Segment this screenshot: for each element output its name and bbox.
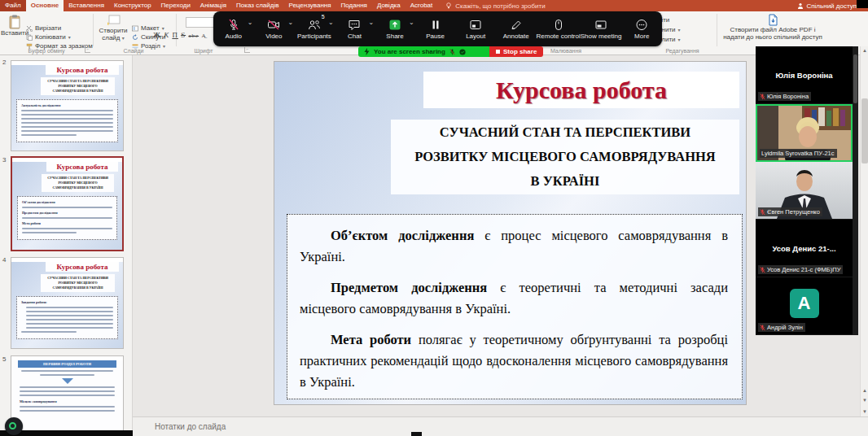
participant-tile-andrii[interactable]: A Андрій Зулін [756,277,853,335]
thumbnail-slide-2[interactable]: Курсова робота СУЧАСНИЙ СТАН ТА ПЕРСПЕКТ… [11,60,124,151]
main-scrollbar[interactable]: ▲ ▲ ▼ ▼ [860,46,868,416]
taskbar-fragment [411,432,422,436]
text-line-placeholder [21,134,77,136]
thumbnail-slide-5[interactable]: ПЕРШИЙ РОЗДІЛ РОБОТИ Місцеве самоврядува… [11,355,124,436]
text-line-placeholder [21,331,77,333]
tab-help[interactable]: Довідка [372,0,406,11]
tab-review[interactable]: Рецензування [283,0,335,11]
participants-count-badge: 5 [322,14,325,20]
floating-widget[interactable] [5,417,23,435]
layout-view-button[interactable]: Layout [455,11,496,46]
window-corner-overlay [857,0,868,8]
text-line-placeholder [40,374,95,376]
tab-home[interactable]: Основне [26,0,64,11]
dropdown-arrow-icon: ▾ [68,34,71,40]
layout-view-icon [469,19,482,31]
video-button[interactable]: Video ⌄ [254,11,295,46]
paste-button[interactable]: Вставити [3,15,26,37]
participant-tile-usov[interactable]: Усов Денис 21-... Усов Денис 21-с (ФМБ)П… [756,220,853,277]
font-dialog-launcher[interactable]: ⌐ [244,47,250,53]
thumbnail-slide-4[interactable]: Курсова робота СУЧАСНИЙ СТАН ТА ПЕРСПЕКТ… [11,257,124,349]
create-adobe-pdf-button[interactable]: Створити файл Adobe PDF і надати до ньог… [720,14,826,41]
group-separator [93,14,94,46]
text-line-placeholder [22,228,112,229]
share-screen-button[interactable]: Share ⌄ [375,11,415,46]
muted-mic-icon [760,209,765,216]
thumb5-header: ПЕРШИЙ РОЗДІЛ РОБОТИ [18,360,116,368]
text-line-placeholder [21,110,113,111]
tab-acrobat[interactable]: Acrobat [406,0,438,11]
chevron-up-icon[interactable]: ⌄ [328,19,334,26]
chevron-up-icon[interactable]: ⌄ [248,19,253,26]
thumb3-title: Курсова робота [46,162,118,172]
thumb4-body: Завдання роботи: [16,296,118,339]
participants-scrollbar[interactable] [853,46,858,335]
remote-control-button[interactable]: Remote control [537,11,581,46]
scroll-up-arrow-icon[interactable]: ▲ [861,46,868,54]
participant-tile-yulia[interactable]: Юлія Вороніна Юлія Вороніна [756,46,853,104]
copy-button[interactable]: Копіювати▾ [26,33,71,41]
previous-slide-button[interactable]: ▲ [861,386,868,395]
chevron-up-icon[interactable]: ⌄ [287,19,293,26]
more-icon [635,19,648,31]
participant-name-chip: Lyidmila Syrovatka ПУ-21с [760,149,837,158]
scrollbar-thumb[interactable] [861,98,868,164]
participant-tile-lyudmila-active[interactable]: Lyidmila Syrovatka ПУ-21с [756,104,853,162]
text-line-placeholder [21,114,113,116]
text-line-placeholder [22,207,112,208]
participants-button[interactable]: 5 Participants ⌄ [294,11,335,46]
tab-slideshow[interactable]: Показ слайдів [231,0,283,11]
new-slide-button[interactable]: Створити слайд ▾ [96,15,130,41]
tell-me-search[interactable]: Скажіть, що потрібно зробити [437,0,545,11]
clipboard-icon [8,15,21,29]
text-line-placeholder [26,307,113,308]
slide-number-3: 3 [2,156,6,164]
copy-icon [26,34,33,41]
notes-pane[interactable]: Нотатки до слайда [133,416,868,436]
text-line-placeholder [21,118,113,120]
tab-transitions[interactable]: Переходи [156,0,195,11]
group-separator [717,14,717,46]
notes-placeholder: Нотатки до слайда [155,422,226,431]
muted-mic-icon [760,267,765,273]
paragraph-goal: Мета роботи полягає у теоретичному обґру… [300,329,728,393]
chat-button[interactable]: Chat ⌄ [335,11,375,46]
thumbnail-slide-3-selected[interactable]: Курсова робота СУЧАСНИЙ СТАН ТА ПЕРСПЕКТ… [11,156,124,251]
current-slide[interactable]: Курсова робота СУЧАСНИЙ СТАН ТА ПЕРСПЕКТ… [274,62,746,404]
cut-button[interactable]: Вирізати [26,24,61,32]
tab-file[interactable]: Файл [0,0,26,11]
show-meeting-button[interactable]: Show meeting [581,11,622,46]
tab-animations[interactable]: Анімація [195,0,231,11]
pause-share-button[interactable]: Pause [415,11,456,46]
slide-number-4: 4 [2,256,6,264]
audio-button[interactable]: Audio ⌄ [213,11,254,46]
more-button[interactable]: More [621,11,662,46]
slide-thumbnail-panel: 2 3 4 5 Курсова робота СУЧАСНИЙ СТАН ТА … [0,55,133,436]
slide-body-textbox[interactable]: Об’єктом дослідження є процес місцевого … [287,214,743,399]
participant-name-chip: Євген Петрущенко [758,207,822,216]
next-slide-button[interactable]: ▼ [861,396,868,404]
font-format-buttons[interactable]: Ж К П S abc А̲ [153,31,206,39]
stop-share-button[interactable]: Stop share [489,46,543,57]
chevron-up-icon[interactable]: ⌄ [369,19,375,26]
tab-design[interactable]: Конструктор [109,0,156,11]
slide-canvas: Курсова робота СУЧАСНИЙ СТАН ТА ПЕРСПЕКТ… [133,55,860,416]
down-arrow-shape [62,378,73,384]
participant-tile-yevhen[interactable]: Євген Петрущенко [756,162,853,220]
slide-subtitle-box[interactable]: СУЧАСНИЙ СТАН ТА ПЕРСПЕКТИВИ РОЗВИТКУ МІ… [391,120,739,194]
annotate-button[interactable]: Annotate [496,11,537,46]
clipboard-dialog-launcher[interactable]: ⌐ [85,47,90,53]
layout-icon [132,25,138,32]
dropdown-arrow-icon: ▾ [678,27,681,33]
chevron-up-icon[interactable]: ⌄ [409,19,414,26]
dropdown-arrow-icon: ▾ [162,25,164,31]
zoom-meeting-toolbar: Audio ⌄ Video ⌄ 5 Participants ⌄ Chat ⌄ … [213,11,662,46]
thumb4-subtitle: СУЧАСНИЙ СТАН ТА ПЕРСПЕКТИВИ РОЗВИТКУ МІ… [41,274,115,292]
group-separator [176,14,177,46]
scroll-down-arrow-icon[interactable]: ▼ [861,408,868,416]
tab-view[interactable]: Подання [336,0,372,11]
tab-insert[interactable]: Вставлення [64,0,109,11]
slide-title-box[interactable]: Курсова робота [423,72,739,108]
muted-mic-icon [760,94,765,100]
mic-muted-icon [227,19,240,31]
